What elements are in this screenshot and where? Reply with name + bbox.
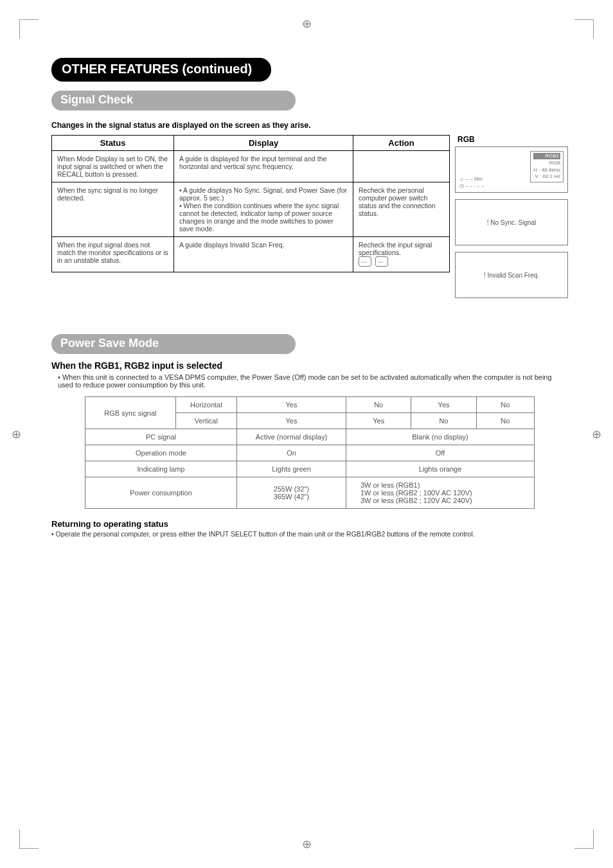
crop-mark-icon: ⊕ (592, 427, 601, 441)
page-title: OTHER FEATURES (continued) (51, 58, 271, 82)
table-cell: Recheck the input signal specifications. (353, 237, 450, 272)
table-cell: Operation mode (85, 445, 237, 461)
table-cell: Yes (237, 413, 346, 429)
table-cell: Off (346, 445, 535, 461)
rgb-text: RGB (533, 160, 560, 166)
table-cell: Yes (346, 413, 411, 429)
rgb-box-2: ! No Sync. Signal (455, 199, 568, 245)
col-action: Action (353, 136, 450, 151)
status-table: Status Display Action When Mode Display … (51, 135, 450, 272)
table-cell: When the sync signal is no longer detect… (52, 182, 174, 237)
table-cell: When Mode Display is set to ON, the inpu… (52, 151, 174, 182)
power-save-subhead: When the RGB1, RGB2 input is selected (51, 360, 568, 371)
table-cell: Yes (411, 397, 476, 413)
table-cell: RGB sync signal (85, 397, 176, 429)
returning-note: • Operate the personal computer, or pres… (51, 530, 568, 538)
rgb-box-3: ! Invalid Scan Freq. (455, 252, 568, 298)
rgb-text: – – Min. (466, 176, 484, 182)
rgb-box-1: RGB2 RGB H : 48.4kHz V : 60.1 Hz ☼ – – M… (455, 146, 568, 193)
table-cell: Indicating lamp (85, 461, 237, 477)
crop-mark-icon: ⊕ (12, 427, 21, 441)
crop-mark-icon: ⊕ (302, 837, 312, 851)
table-cell: Recheck the personal computer power swit… (353, 182, 450, 237)
rgb-message: ! No Sync. Signal (487, 219, 537, 226)
signal-changes-note: Changes in the signal status are display… (51, 121, 568, 130)
table-cell: No (476, 413, 534, 429)
rgb-text: – – : – – (465, 183, 484, 189)
table-cell: No (346, 397, 411, 413)
rgb-text: H : 48.4kHz (533, 167, 560, 173)
table-cell: Lights orange (346, 461, 535, 477)
sun-icon: ☼ (459, 176, 466, 182)
table-cell: When the input signal does not match the… (52, 237, 174, 272)
rgb-text: V : 60.1 Hz (533, 173, 560, 180)
col-status: Status (52, 136, 174, 151)
table-cell: • A guide displays No Sync. Signal, and … (174, 182, 353, 237)
table-cell: Lights green (237, 461, 346, 477)
table-cell: No (476, 397, 534, 413)
table-cell: Active (normal display) (237, 429, 346, 445)
table-cell (353, 151, 450, 182)
table-cell: 255W (32") 365W (42") (237, 477, 346, 509)
table-cell: A guide is displayed for the input termi… (174, 151, 353, 182)
table-cell: On (237, 445, 346, 461)
rgb-heading: RGB (455, 135, 568, 144)
returning-head: Returning to operating status (51, 519, 568, 529)
table-cell: Horizontal (175, 397, 236, 413)
table-cell: Vertical (175, 413, 236, 429)
power-save-table: RGB sync signal Horizontal Yes No Yes No… (85, 396, 535, 509)
section-power-save: Power Save Mode (51, 334, 296, 354)
table-cell: Power consumption (85, 477, 237, 509)
crop-mark-icon: ⊕ (302, 17, 312, 31)
col-display: Display (174, 136, 353, 151)
power-save-desc: • When this unit is connected to a VESA … (51, 373, 568, 389)
table-cell: 3W or less (RGB1) 1W or less (RGB2 ; 100… (346, 477, 535, 509)
rgb-tag: RGB2 (533, 153, 560, 159)
table-cell: No (411, 413, 476, 429)
rgb-message: ! Invalid Scan Freq. (484, 272, 539, 279)
table-cell: PC signal (85, 429, 237, 445)
table-cell: Yes (237, 397, 346, 413)
table-cell: Blank (no display) (346, 429, 535, 445)
table-cell: A guide displays Invalid Scan Freq. (174, 237, 353, 272)
wave-icon (359, 256, 371, 267)
section-signal-check: Signal Check (51, 91, 296, 111)
clock-icon: ◷ (459, 183, 465, 189)
wave-icon (375, 256, 388, 267)
